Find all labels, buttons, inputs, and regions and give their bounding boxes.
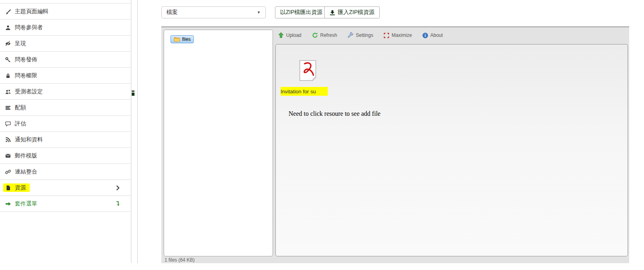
content-left-divider: [137, 0, 138, 263]
quota-list-icon: [5, 105, 11, 111]
export-zip-label: 以ZIP檔匯出資源: [280, 9, 323, 16]
sidebar-item-publication[interactable]: 問卷發佈: [0, 52, 131, 68]
tree-node-label: files: [182, 36, 191, 42]
upload-label: Upload: [286, 32, 301, 38]
envelope-icon: [5, 153, 11, 159]
about-button[interactable]: About: [422, 32, 443, 38]
sidebar-item-plugin-menu[interactable]: 套件選單: [0, 196, 131, 212]
sidebar-item-label: 問卷參與者: [15, 24, 43, 31]
file-type-select[interactable]: 檔案 ▼: [161, 6, 266, 18]
export-zip-button[interactable]: 以ZIP檔匯出資源: [275, 6, 328, 18]
sidebar-item-permissions[interactable]: 問卷權限: [0, 68, 131, 84]
link-icon: [5, 169, 11, 175]
sidebar-item-label: 呈現: [15, 40, 26, 47]
pdf-file-icon[interactable]: [299, 60, 317, 81]
lock-icon: [5, 73, 11, 79]
import-zip-label: 匯入ZIP檔資源: [338, 9, 375, 16]
info-icon: [422, 32, 428, 38]
file-manager-toolbar: Upload Refresh Settings Maximize About: [278, 32, 443, 38]
user-icon: [5, 24, 11, 31]
sidebar-item-label: 問卷權限: [15, 72, 37, 79]
file-type-select-value: 檔案: [167, 9, 178, 16]
folder-icon: [174, 37, 180, 42]
sidebar-item-assessments[interactable]: 評估: [0, 116, 131, 132]
users-icon: [5, 89, 11, 95]
annotation-text: Need to click resoure to see add file: [289, 110, 381, 117]
key-icon: [5, 56, 11, 63]
import-zip-button[interactable]: 匯入ZIP檔資源: [324, 6, 380, 18]
sidebar-item-respondent-settings[interactable]: 受測者設定: [0, 84, 131, 100]
maximize-icon: [383, 32, 389, 38]
sidebar-item-resources[interactable]: 資源: [0, 180, 131, 196]
tree-node-files[interactable]: files: [171, 35, 194, 43]
file-icon: [5, 185, 11, 191]
arrow-right-icon: [5, 201, 11, 207]
sidebar-item-presentation[interactable]: 呈現: [0, 36, 131, 52]
upload-icon: [278, 32, 284, 38]
sidebar-item-email-templates[interactable]: 郵件模版: [0, 148, 131, 164]
sidebar-item-label: 配額: [15, 104, 26, 111]
settings-label: Settings: [356, 32, 373, 38]
file-manager-content[interactable]: Invitation for su Need to click resoure …: [275, 44, 628, 256]
file-name[interactable]: Invitation for su: [281, 89, 316, 95]
file-manager-tree[interactable]: files: [164, 30, 273, 256]
maximize-button[interactable]: Maximize: [383, 32, 412, 38]
sidebar-item-notifications-data[interactable]: 通知和資料: [0, 132, 131, 148]
about-label: About: [430, 32, 443, 38]
sidebar-item-label: 資源: [15, 184, 26, 191]
wrench-icon: [347, 32, 354, 38]
sidebar-item-label: 連結整合: [15, 168, 37, 175]
settings-button[interactable]: Settings: [347, 32, 373, 38]
refresh-button[interactable]: Refresh: [312, 32, 337, 38]
rss-icon: [5, 137, 11, 143]
eye-slash-icon: [5, 40, 11, 47]
sidebar-item-panel-integration[interactable]: 連結整合: [0, 164, 131, 180]
paintbrush-icon: [5, 8, 11, 15]
sidebar-item-label: 主題頁面編輯: [15, 8, 48, 15]
comment-icon: [5, 121, 11, 127]
status-bar: 1 files (64 KB): [165, 257, 195, 263]
refresh-icon: [312, 32, 318, 38]
sidebar-item-label: 受測者設定: [15, 88, 43, 95]
chevron-down-icon: ▼: [257, 10, 261, 14]
sidebar-item-label: 通知和資料: [15, 136, 43, 143]
clipped-glyph-artifact: [132, 91, 134, 96]
sidebar-top-divider: [0, 0, 131, 4]
sidebar-item-label: 問卷發佈: [15, 56, 37, 63]
sidebar-item-participants[interactable]: 問卷參與者: [0, 20, 131, 36]
sidebar-item-label: 套件選單: [15, 200, 37, 208]
chevron-right-icon: [116, 185, 120, 191]
maximize-label: Maximize: [391, 32, 412, 38]
download-icon: [329, 10, 335, 16]
upload-button[interactable]: Upload: [278, 32, 301, 38]
survey-sidebar: 主題頁面編輯 問卷參與者 呈現 問卷發佈 問卷權限 受測者設定: [0, 0, 131, 263]
sidebar-item-label: 郵件模版: [15, 152, 37, 159]
sidebar-item-quotas[interactable]: 配額: [0, 100, 131, 116]
level-down-icon: [115, 201, 120, 207]
sidebar-item-label: 評估: [15, 120, 26, 127]
file-manager-panel: files Upload Refresh Settings Maximiz: [161, 26, 629, 263]
refresh-label: Refresh: [320, 32, 337, 38]
sidebar-item-theme-editor[interactable]: 主題頁面編輯: [0, 4, 131, 20]
